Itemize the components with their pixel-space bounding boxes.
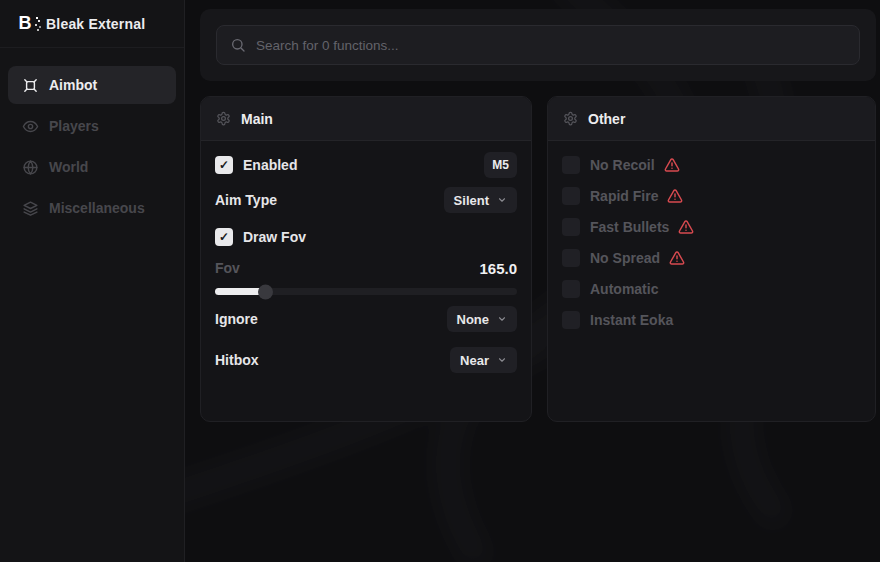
hitbox-value: Near — [460, 353, 489, 368]
instant-eoka-checkbox[interactable] — [562, 311, 580, 329]
sidebar: B Bleak External Aimbot Players World — [0, 0, 185, 562]
sidebar-item-aimbot[interactable]: Aimbot — [8, 66, 176, 104]
rapid-fire-row: Rapid Fire — [562, 187, 861, 205]
gear-icon — [563, 111, 578, 126]
no-spread-row: No Spread — [562, 249, 861, 267]
enabled-row: Enabled M5 — [215, 152, 517, 178]
no-recoil-label: No Recoil — [590, 157, 655, 173]
fov-row: Fov 165.0 — [215, 259, 517, 277]
chevron-down-icon — [497, 355, 507, 365]
no-recoil-checkbox[interactable] — [562, 156, 580, 174]
aim-type-row: Aim Type Silent — [215, 187, 517, 213]
ignore-label: Ignore — [215, 311, 258, 327]
fov-value: 165.0 — [479, 260, 517, 277]
fov-label: Fov — [215, 260, 240, 276]
app-logo-icon: B — [15, 13, 35, 35]
draw-fov-row: Draw Fov — [215, 224, 517, 250]
sidebar-item-miscellaneous[interactable]: Miscellaneous — [8, 189, 176, 227]
fov-slider-fill — [215, 288, 266, 295]
hitbox-dropdown[interactable]: Near — [450, 347, 517, 373]
search-card — [200, 9, 876, 81]
other-panel-body: No Recoil Rapid Fire Fast Bullets No Spr… — [548, 141, 875, 329]
chevron-down-icon — [497, 195, 507, 205]
rapid-fire-checkbox[interactable] — [562, 187, 580, 205]
aim-type-dropdown[interactable]: Silent — [444, 187, 517, 213]
fast-bullets-checkbox[interactable] — [562, 218, 580, 236]
hitbox-row: Hitbox Near — [215, 347, 517, 373]
warning-triangle-icon — [669, 250, 685, 266]
layers-icon — [22, 200, 39, 217]
instant-eoka-label: Instant Eoka — [590, 312, 673, 328]
fov-slider-knob[interactable] — [258, 284, 273, 299]
aimbot-crosshair-icon — [22, 77, 39, 94]
main-panel: Main Enabled M5 Aim Type Silent Draw Fov… — [200, 96, 532, 422]
instant-eoka-row: Instant Eoka — [562, 311, 861, 329]
hitbox-label: Hitbox — [215, 352, 259, 368]
automatic-row: Automatic — [562, 280, 861, 298]
ignore-row: Ignore None — [215, 306, 517, 332]
rapid-fire-label: Rapid Fire — [590, 188, 658, 204]
main-panel-title: Main — [241, 111, 273, 127]
sidebar-item-world[interactable]: World — [8, 148, 176, 186]
warning-triangle-icon — [664, 157, 680, 173]
globe-icon — [22, 159, 39, 176]
fast-bullets-label: Fast Bullets — [590, 219, 669, 235]
sidebar-item-label: Miscellaneous — [49, 200, 145, 216]
no-spread-label: No Spread — [590, 250, 660, 266]
no-spread-checkbox[interactable] — [562, 249, 580, 267]
gear-icon — [216, 111, 231, 126]
aim-type-value: Silent — [454, 193, 489, 208]
aim-type-label: Aim Type — [215, 192, 277, 208]
fov-slider[interactable] — [215, 284, 517, 299]
main-panel-header: Main — [201, 97, 531, 141]
automatic-label: Automatic — [590, 281, 658, 297]
other-panel-header: Other — [548, 97, 875, 141]
sidebar-item-players[interactable]: Players — [8, 107, 176, 145]
sidebar-nav: Aimbot Players World Miscellaneous — [0, 48, 184, 227]
chevron-down-icon — [497, 314, 507, 324]
draw-fov-checkbox[interactable] — [215, 228, 233, 246]
sidebar-item-label: Aimbot — [49, 77, 97, 93]
draw-fov-label: Draw Fov — [243, 229, 306, 245]
sidebar-item-label: World — [49, 159, 88, 175]
fast-bullets-row: Fast Bullets — [562, 218, 861, 236]
other-panel: Other No Recoil Rapid Fire Fast Bullets — [547, 96, 876, 422]
no-recoil-row: No Recoil — [562, 156, 861, 174]
ignore-value: None — [457, 312, 490, 327]
eye-icon — [22, 118, 39, 135]
automatic-checkbox[interactable] — [562, 280, 580, 298]
enabled-keybind-button[interactable]: M5 — [484, 152, 517, 178]
app-logo-row: B Bleak External — [0, 0, 184, 48]
app-title: Bleak External — [46, 16, 145, 32]
logo-letter: B — [19, 13, 32, 34]
search-icon — [230, 37, 246, 53]
warning-triangle-icon — [667, 188, 683, 204]
search-input[interactable] — [256, 38, 846, 53]
main-panel-body: Enabled M5 Aim Type Silent Draw Fov Fov … — [201, 141, 531, 373]
enabled-checkbox[interactable] — [215, 156, 233, 174]
sidebar-item-label: Players — [49, 118, 99, 134]
ignore-dropdown[interactable]: None — [447, 306, 518, 332]
other-panel-title: Other — [588, 111, 625, 127]
enabled-label: Enabled — [243, 157, 297, 173]
search-input-wrapper[interactable] — [216, 25, 860, 65]
warning-triangle-icon — [678, 219, 694, 235]
